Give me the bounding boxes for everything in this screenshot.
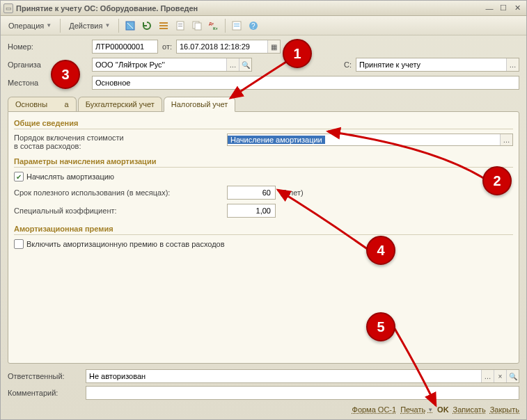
close-button[interactable]: Закрыть — [490, 405, 519, 414]
window-title: Принятие к учету ОС: Оборудование. Прове… — [16, 4, 482, 13]
separator — [118, 19, 119, 33]
tab-accounting[interactable]: Бухгалтерский учет — [78, 97, 162, 111]
actions-menu[interactable]: Действия▼ — [64, 18, 115, 33]
form-os1-button[interactable]: Форма ОС-1 — [352, 405, 397, 414]
svg-rect-2 — [159, 25, 168, 26]
svg-rect-13 — [234, 26, 239, 26]
annotation-marker-3: 3 — [51, 60, 80, 89]
org-field[interactable]: … 🔍 — [92, 58, 252, 72]
post-icon[interactable] — [123, 18, 138, 33]
log-icon[interactable] — [229, 18, 244, 33]
expense-type-field[interactable]: Начисление амортизации … — [227, 134, 513, 146]
amort-checkbox[interactable]: ✔ Начислять амортизацию — [14, 172, 114, 181]
expense-label-1: Порядок включения стоимости — [14, 134, 223, 142]
expense-type-value: Начисление амортизации — [228, 136, 325, 144]
tax-tab-page: Общие сведения Порядок включения стоимос… — [8, 111, 519, 364]
separator — [225, 19, 226, 33]
actions-label: Действия — [69, 22, 102, 30]
search-icon[interactable]: 🔍 — [239, 58, 251, 71]
useful-life-label: Срок полезного использования (в месяцах)… — [14, 188, 223, 197]
check-icon — [14, 239, 24, 249]
svg-rect-12 — [234, 24, 239, 24]
separator — [60, 19, 61, 33]
section-bonus: Амортизационная премия — [14, 225, 513, 235]
amort-check-label: Начислять амортизацию — [26, 172, 114, 181]
annotation-marker-2: 2 — [482, 166, 512, 195]
tab-tax[interactable]: Налоговый учет — [164, 97, 236, 112]
save-button[interactable]: Записать — [453, 405, 486, 414]
clear-icon[interactable]: × — [494, 370, 506, 382]
close-button[interactable]: ✕ — [511, 3, 524, 14]
search-icon[interactable]: 🔍 — [506, 370, 519, 382]
operation-menu[interactable]: Операция▼ — [3, 18, 56, 33]
check-icon: ✔ — [14, 172, 24, 181]
bonus-check-label: Включить амортизационную премию в состав… — [26, 240, 225, 248]
section-general: Общие сведения — [14, 119, 513, 129]
svg-rect-6 — [178, 26, 182, 26]
refresh-icon[interactable] — [139, 18, 155, 33]
toolbar: Операция▼ Действия▼ ДтКт ? — [1, 16, 526, 35]
os-field[interactable]: … — [356, 58, 519, 72]
print-button[interactable]: Печать▼ — [400, 405, 433, 414]
ellipsis-icon[interactable]: … — [226, 58, 239, 71]
comment-label: Комментарий: — [8, 389, 81, 397]
document-icon[interactable] — [173, 18, 188, 33]
operation-label: Операция — [8, 22, 44, 30]
coeff-label: Специальный коэффициент: — [14, 207, 223, 215]
tab-main[interactable]: Основны а — [8, 97, 77, 111]
svg-rect-1 — [159, 22, 168, 24]
svg-rect-3 — [159, 28, 168, 29]
content-area: Номер: от: ▦ Организа … 🔍 С: … Местона — [1, 35, 526, 401]
button-bar: Форма ОС-1 Печать▼ OK Записать Закрыть — [1, 401, 526, 419]
maximize-button[interactable]: ☐ — [497, 3, 510, 14]
titlebar: ▭ Принятие к учету ОС: Оборудование. Про… — [1, 1, 526, 16]
number-field[interactable] — [92, 40, 158, 54]
useful-life-years: (5 лет) — [280, 188, 304, 197]
os-label: С: — [344, 60, 352, 69]
expense-label-2: в состав расходов: — [14, 142, 223, 150]
tabstrip: Основны а Бухгалтерский учет Налоговый у… — [8, 97, 519, 111]
bonus-checkbox[interactable]: Включить амортизационную премию в состав… — [14, 239, 225, 249]
list-icon[interactable] — [156, 18, 171, 33]
svg-text:Кт: Кт — [213, 26, 218, 31]
ledger-icon[interactable]: ДтКт — [206, 18, 221, 33]
svg-rect-5 — [178, 24, 182, 24]
ellipsis-icon[interactable]: … — [481, 370, 494, 382]
resp-field[interactable]: … × 🔍 — [86, 369, 519, 383]
ok-button[interactable]: OK — [437, 405, 449, 414]
ellipsis-icon[interactable]: … — [506, 58, 519, 71]
form-icon: ▭ — [3, 3, 13, 13]
loc-field[interactable] — [92, 76, 519, 90]
svg-text:Дт: Дт — [209, 22, 214, 26]
coeff-field[interactable] — [227, 204, 276, 218]
ellipsis-icon[interactable]: … — [500, 134, 512, 145]
help-icon[interactable]: ? — [246, 18, 261, 33]
copy-icon[interactable] — [189, 18, 205, 33]
minimize-button[interactable]: — — [483, 3, 496, 14]
comment-field[interactable] — [86, 386, 519, 400]
annotation-marker-5: 5 — [366, 312, 395, 341]
calendar-icon[interactable]: ▦ — [267, 40, 280, 53]
ot-label: от: — [162, 42, 172, 51]
annotation-marker-1: 1 — [283, 39, 312, 68]
number-label: Номер: — [8, 42, 88, 51]
date-field[interactable]: ▦ — [176, 40, 281, 54]
useful-life-field[interactable] — [227, 186, 276, 200]
svg-text:?: ? — [251, 22, 255, 30]
annotation-marker-4: 4 — [366, 236, 395, 265]
section-amort: Параметры начисления амортизации — [14, 157, 513, 168]
svg-rect-8 — [195, 23, 201, 30]
resp-label: Ответственный: — [8, 372, 81, 380]
